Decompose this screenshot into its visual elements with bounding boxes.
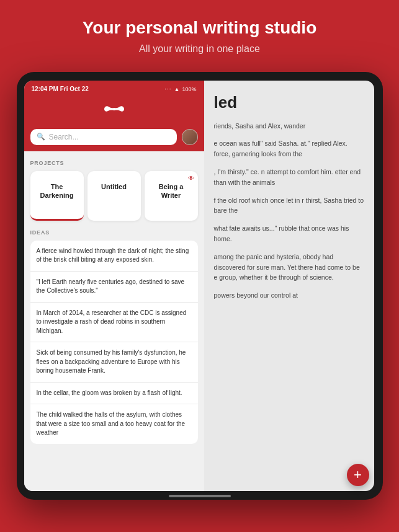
editor-para: riends, Sasha and Alex, wander: [214, 121, 364, 131]
project-title-darkening: TheDarkening: [40, 182, 74, 200]
battery-indicator: 100%: [182, 86, 196, 92]
project-card-darkening[interactable]: TheDarkening: [30, 171, 84, 221]
sidebar-content: PROJECTS TheDarkening Untitled 👁 Being a…: [24, 151, 204, 491]
idea-item[interactable]: "I left Earth nearly five centuries ago,…: [30, 272, 198, 303]
signal-dots: ···: [164, 86, 171, 92]
ipad-frame: 12:04 PM Fri Oct 22 ··· ▲ 100%: [17, 72, 383, 500]
status-right: ··· ▲ 100%: [164, 86, 196, 92]
project-title-being-writer: Being aWriter: [159, 182, 184, 200]
editor-body[interactable]: riends, Sasha and Alex, wander e ocean w…: [214, 121, 364, 308]
wifi-icon: ▲: [174, 86, 180, 92]
idea-item[interactable]: A fierce wind howled through the dark of…: [30, 241, 198, 272]
search-container: 🔍 Search...: [24, 125, 204, 151]
ideas-list: A fierce wind howled through the dark of…: [30, 241, 198, 444]
editor-title: led: [214, 93, 364, 112]
editor-para: among the panic and hysteria, obody had …: [214, 252, 364, 283]
projects-row: TheDarkening Untitled 👁 Being aWriter: [30, 171, 198, 221]
sidebar-header: [24, 98, 204, 125]
hero-subtitle: All your writing in one place: [139, 43, 260, 55]
fab-button[interactable]: +: [347, 464, 369, 486]
ideas-label: IDEAS: [30, 229, 198, 236]
avatar[interactable]: [182, 129, 198, 145]
editor-para: powers beyond our control at: [214, 290, 364, 301]
projects-label: PROJECTS: [30, 160, 198, 166]
idea-item[interactable]: Sick of being consumed by his family's d…: [30, 342, 198, 383]
status-bar: 12:04 PM Fri Oct 22 ··· ▲ 100%: [24, 81, 204, 98]
avatar-image: [182, 130, 197, 144]
hero-title: Your personal writing studio: [83, 17, 317, 38]
home-indicator: [169, 495, 231, 497]
search-bar[interactable]: 🔍 Search...: [30, 129, 177, 145]
project-card-being-writer[interactable]: 👁 Being aWriter: [145, 171, 198, 221]
sidebar-panel: 12:04 PM Fri Oct 22 ··· ▲ 100%: [24, 81, 204, 491]
editor-para: what fate awaits us..." rubble that once…: [214, 223, 364, 244]
editor-para: e ocean was full" said Sasha. at." repli…: [214, 138, 364, 159]
idea-item[interactable]: The child walked the halls of the asylum…: [30, 404, 198, 444]
idea-item[interactable]: In the cellar, the gloom was broken by a…: [30, 383, 198, 405]
editor-para: f the old roof which once let in r thirs…: [214, 195, 364, 216]
eye-icon: 👁: [188, 175, 194, 182]
device-wrapper: 12:04 PM Fri Oct 22 ··· ▲ 100%: [17, 72, 383, 500]
idea-item[interactable]: In March of 2014, a researcher at the CD…: [30, 303, 198, 343]
project-title-untitled: Untitled: [101, 182, 127, 191]
status-time: 12:04 PM Fri Oct 22: [32, 86, 89, 92]
hero-section: Your personal writing studio All your wr…: [0, 0, 399, 66]
search-placeholder: Search...: [49, 133, 79, 141]
editor-para: , I'm thirsty." ce. n attempt to comfort…: [214, 167, 364, 188]
search-icon: 🔍: [37, 133, 45, 141]
app-logo: [103, 104, 125, 118]
project-card-untitled[interactable]: Untitled: [87, 171, 141, 221]
editor-panel: led riends, Sasha and Alex, wander e oce…: [204, 81, 374, 491]
